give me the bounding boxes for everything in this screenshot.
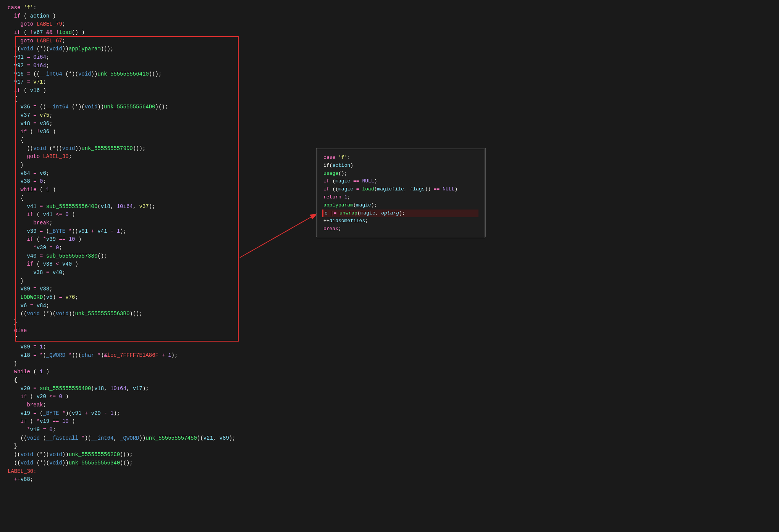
code-line: v20 = sub_555555556400(v18, 10i64, v17);: [8, 385, 771, 393]
code-line: v18 = v36;: [8, 120, 771, 128]
code-line: ((void (__fastcall *)(__int64, _QWORD))u…: [8, 434, 771, 443]
code-line: if ( *v19 == 10 ): [8, 418, 771, 426]
code-line: ++v88;: [8, 476, 771, 484]
code-line: v89 = 1;: [8, 343, 771, 351]
code-line: v89 = v38;: [8, 285, 771, 293]
code-line: v6 = v84;: [8, 302, 771, 310]
code-line: }: [8, 442, 771, 451]
popup-highlighted-line: e |= unwrap(magic, optarg);: [322, 210, 478, 218]
code-line: *v19 = 0;: [8, 426, 771, 434]
code-line: {: [8, 376, 771, 385]
code-line: if ( v20 <= 0 ): [8, 393, 771, 401]
code-line: if ( v16 ): [8, 87, 771, 95]
code-line: }: [8, 277, 771, 285]
code-line: }: [8, 360, 771, 368]
code-line: }: [8, 318, 771, 327]
popup-line: return 1;: [323, 193, 478, 202]
code-content: case 'f': if ( action ) goto LABEL_79; i…: [8, 4, 771, 484]
code-line: ((void (*)(void))unk_55555555563B0)();: [8, 310, 771, 318]
code-line: v38 = v40;: [8, 269, 771, 277]
code-line: LODWORD(v5) = v76;: [8, 293, 771, 302]
code-line: {: [8, 95, 771, 103]
code-line: goto LABEL_79;: [8, 20, 771, 29]
code-line: if ( !v67 && !load() ): [8, 29, 771, 37]
code-line: v92 = 0i64;: [8, 62, 771, 70]
popup-detail: case 'f': if(action) usage(); if (magic …: [317, 149, 485, 238]
code-line: ((void (*)(void))applyparam)();: [8, 45, 771, 53]
code-line: ((void (*)(void))unk_5555555562C0)();: [8, 451, 771, 459]
code-line: v36 = ((__int64 (*)(void))unk_5555555564…: [8, 103, 771, 111]
popup-line: applyparam(magic);: [323, 202, 478, 210]
code-line: if ( !v36 ): [8, 128, 771, 136]
popup-line: usage();: [323, 170, 478, 178]
code-line: else: [8, 327, 771, 335]
code-line: ((void (*)(void))unk_555555556340)();: [8, 459, 771, 468]
code-line: if ( action ): [8, 12, 771, 21]
code-line: v18 = *(_QWORD *)((char *)&loc_7FFFF7E1A…: [8, 351, 771, 360]
popup-line: if(action): [323, 162, 478, 170]
code-line: v16 = ((__int64 (*)(void))unk_5555555564…: [8, 70, 771, 79]
popup-line: if ((magic = load(magicfile, flags)) == …: [323, 185, 478, 193]
code-line: goto LABEL_67;: [8, 37, 771, 45]
popup-line: break;: [323, 225, 478, 233]
code-line: v17 = v71;: [8, 78, 771, 87]
code-line: v91 = 0i64;: [8, 53, 771, 62]
code-line: v40 = sub_555555557380();: [8, 252, 771, 261]
code-line: break;: [8, 401, 771, 409]
popup-line: ++didsomefiles;: [323, 217, 478, 225]
code-line: LABEL_30:: [8, 468, 771, 476]
popup-line: if (magic == NULL): [323, 177, 478, 185]
code-line: {: [8, 335, 771, 343]
code-line: {: [8, 136, 771, 145]
code-line: v19 = (_BYTE *)(v91 + v20 - 1);: [8, 409, 771, 418]
code-editor: case 'f': if ( action ) goto LABEL_79; i…: [0, 0, 779, 488]
code-line: v37 = v75;: [8, 111, 771, 120]
code-line: if ( v38 < v40 ): [8, 260, 771, 269]
code-line: *v39 = 0;: [8, 244, 771, 252]
code-line: case 'f':: [8, 4, 771, 12]
popup-line: case 'f':: [323, 154, 478, 162]
code-line: while ( 1 ): [8, 368, 771, 376]
